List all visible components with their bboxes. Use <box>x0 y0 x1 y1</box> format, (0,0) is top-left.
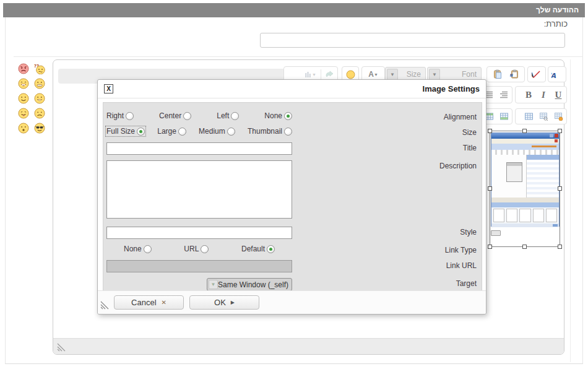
radio-link-url[interactable]: URL <box>184 245 209 253</box>
radio-circle[interactable] <box>267 245 275 253</box>
bold-button[interactable]: B <box>522 89 535 101</box>
svg-text:W: W <box>510 73 513 78</box>
description-textarea[interactable] <box>106 160 292 219</box>
smiley-cool-icon[interactable] <box>34 123 45 134</box>
resize-handle-top-left[interactable] <box>488 129 492 133</box>
radio-align-right[interactable]: Right <box>106 111 134 120</box>
inserted-image[interactable] <box>491 132 560 227</box>
resize-handle-mid-right[interactable] <box>558 186 562 191</box>
radio-size-medium[interactable]: Medium <box>199 127 235 136</box>
subject-input[interactable] <box>260 33 565 48</box>
radio-circle[interactable] <box>284 112 292 120</box>
paste-icon[interactable] <box>490 68 506 80</box>
radio-align-none[interactable]: None <box>264 111 292 120</box>
resize-handle-top-center[interactable] <box>522 129 527 133</box>
toolbar-group-paste: W <box>486 66 525 82</box>
target-dropdown[interactable]: Same Window (_self) ▼ <box>207 278 292 291</box>
style-input[interactable] <box>106 227 292 239</box>
title-input[interactable] <box>106 142 292 155</box>
radio-circle[interactable] <box>284 128 292 136</box>
smiley-confused-icon[interactable]: ?? <box>34 63 45 74</box>
radio-link-none[interactable]: None <box>124 245 152 253</box>
editor-resize-grip[interactable] <box>57 341 67 354</box>
resize-handle-bottom-right[interactable] <box>558 245 562 249</box>
toolbar-group-table-edit <box>515 108 567 124</box>
ok-button[interactable]: ▶ OK <box>189 295 259 310</box>
smiley-grinning-teeth-icon[interactable] <box>34 78 45 89</box>
resize-handle-top-right[interactable] <box>558 129 562 133</box>
link-url-input <box>106 260 292 272</box>
radio-circle[interactable] <box>144 245 152 253</box>
align-right-icon[interactable] <box>497 89 511 101</box>
ok-arrow-icon: ▶ <box>231 300 235 305</box>
table-plain-icon[interactable] <box>522 110 535 123</box>
radio-size-full[interactable]: Full Size <box>106 127 145 136</box>
resize-handle-mid-left[interactable] <box>488 186 492 191</box>
print-icon[interactable] <box>322 68 336 80</box>
insert-media-dropdown[interactable]: ▼ <box>301 68 319 80</box>
italic-button[interactable]: I <box>537 89 550 101</box>
paste-from-word-icon[interactable]: W <box>507 68 523 80</box>
subject-label: כותרת: <box>544 19 568 28</box>
toolbar-group-style: AA <box>548 66 566 82</box>
emoticon-panel: ?? <box>18 63 46 134</box>
smiley-tongue-wink-icon[interactable] <box>18 108 29 119</box>
divider <box>321 69 321 79</box>
text-style-icon[interactable]: AA <box>550 68 564 80</box>
dialog-resize-grip[interactable] <box>100 299 111 312</box>
alignment-radio-group: None Left Center Right <box>106 111 292 120</box>
chevron-down-icon: ▼ <box>209 280 218 289</box>
radio-size-thumbnail[interactable]: Thumbnail <box>248 127 292 136</box>
smiley-happy-icon[interactable] <box>18 93 29 104</box>
smiley-angry-icon[interactable] <box>18 63 29 74</box>
resize-handle-bottom-center[interactable] <box>522 245 527 249</box>
radio-circle[interactable] <box>137 128 145 136</box>
radio-circle[interactable] <box>126 112 134 120</box>
image-settings-dialog: Image Settings X Alignment None Left Cen… <box>97 79 486 315</box>
size-label: Size <box>462 127 477 137</box>
resize-handle-bottom-left[interactable] <box>488 245 492 249</box>
screenshot-footer <box>491 224 559 227</box>
chevron-down-icon[interactable]: ▼ <box>429 69 440 80</box>
radio-circle[interactable] <box>231 112 239 120</box>
underline-button[interactable]: U <box>551 89 565 101</box>
radio-align-left[interactable]: Left <box>217 111 239 120</box>
radio-align-center[interactable]: Center <box>159 111 191 120</box>
cancel-button[interactable]: ✕ Cancel <box>114 295 184 310</box>
radio-link-default[interactable]: Default <box>241 245 275 253</box>
text-color-dropdown[interactable]: ▼A <box>363 68 383 80</box>
dialog-footer: ✕ Cancel ▶ OK <box>98 290 486 314</box>
smiley-icon[interactable] <box>344 68 357 80</box>
table-delete-icon[interactable] <box>551 110 565 123</box>
size-radio-group: Thumbnail Medium Large Full Size <box>106 127 292 136</box>
toolbar-group-remove-format: A <box>527 66 546 82</box>
radio-circle[interactable] <box>183 112 191 120</box>
dialog-body: Alignment None Left Center Right Size Th… <box>103 102 482 292</box>
smiley-sad-icon[interactable] <box>34 108 45 119</box>
smiley-big-grin-icon[interactable] <box>34 93 45 104</box>
alignment-label: Alignment <box>444 111 477 121</box>
table-insert-row-icon[interactable] <box>497 110 511 123</box>
close-button[interactable]: X <box>104 84 113 93</box>
screenshot-banner <box>491 144 559 150</box>
link-type-label: Link Type <box>445 245 477 254</box>
font-size-label: Size <box>407 70 421 79</box>
page-title: ההודעה שלך <box>536 6 579 14</box>
radio-circle[interactable] <box>201 245 209 253</box>
toolbar-group-basicstyles: U I B <box>515 86 567 103</box>
radio-size-large[interactable]: Large <box>157 127 186 136</box>
divider <box>570 59 571 362</box>
link-url-label: Link URL <box>446 260 477 270</box>
screenshot-button <box>491 230 501 236</box>
table-properties-icon[interactable] <box>537 110 550 123</box>
radio-circle[interactable] <box>178 128 186 136</box>
screenshot-strip <box>491 198 559 202</box>
screenshot-thumbnails <box>491 207 559 224</box>
screenshot-main <box>491 155 559 198</box>
remove-format-icon[interactable]: A <box>529 68 544 80</box>
chevron-down-icon[interactable]: ▼ <box>387 69 398 80</box>
smiley-laughing-icon[interactable] <box>18 78 29 89</box>
screenshot-menubar <box>491 139 559 144</box>
radio-circle[interactable] <box>227 128 235 136</box>
smiley-surprised-icon[interactable] <box>18 123 29 134</box>
